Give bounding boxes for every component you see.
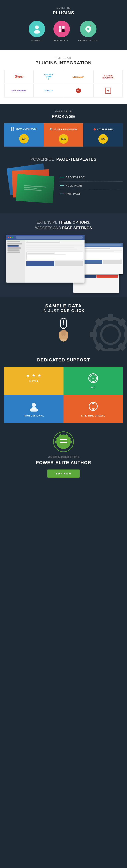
templates-label-normal: POWERFUL <box>30 157 54 162</box>
val-box-ls: ◆ LayerSlider $22 <box>83 123 123 147</box>
svg-point-6 <box>87 28 89 30</box>
svg-rect-12 <box>12 129 14 131</box>
integration-cell-woo: WooCommerce <box>4 84 34 97</box>
elite-title: POWER ELITE AUTHOR <box>4 460 123 465</box>
ub-logo: 📅 <box>107 90 109 92</box>
page-card-3 <box>16 174 55 203</box>
templates-labels: FRONT-PAGE FULL-PAGE ONE-PAGE <box>58 173 123 198</box>
section-elite: You are guaranteed from a POWER ELITE AU… <box>0 425 127 486</box>
update-icon <box>88 401 98 412</box>
section-plugins: BUILT-IN PLUGINS MEMBER PORT <box>0 0 127 50</box>
valuable-label-bold: PACKAGE <box>4 114 123 119</box>
svg-text:LS: LS <box>77 90 80 92</box>
map-icon <box>84 24 93 34</box>
svg-point-36 <box>93 382 94 383</box>
integration-label-normal: POPULAR <box>4 56 123 59</box>
template-dash-3 <box>60 193 64 194</box>
ls-title: ◆ LayerSlider <box>93 127 113 131</box>
support-label-professional: PROFESSIONAL <box>24 414 44 417</box>
support-label-24: 24/7 <box>90 386 96 389</box>
person-icon <box>32 24 41 34</box>
mouse-hand-svg <box>55 317 72 342</box>
integration-cell-cf7: CONTACTFORM7 <box>34 70 63 84</box>
sample-data-title: SAMPLE DATA IN JUST ONE CLICK <box>4 303 123 313</box>
integration-cell-slider: ⊕ SLIDERREVOLUTION <box>93 70 123 84</box>
svg-rect-2 <box>59 26 61 29</box>
elite-tagline: You are guaranteed from a <box>4 455 123 458</box>
layerslider-icon: LS <box>75 88 81 94</box>
plugin-circle-office <box>80 21 96 37</box>
support-title: DEDICATED SUPPORT <box>4 357 123 363</box>
theme-label-normal2: WIDGETS AND <box>35 226 61 230</box>
support-grid: ★ ★ ★ 5 STAR 24 24/7 <box>4 367 123 423</box>
svg-rect-29 <box>61 330 64 336</box>
template-item-front: FRONT-PAGE <box>60 173 123 182</box>
wpml-logo: WPML™ <box>45 89 53 92</box>
template-dash-1 <box>60 177 64 178</box>
plugins-label-bold: PLUGINS <box>4 10 123 16</box>
svg-rect-3 <box>62 26 65 29</box>
templates-label-bold: PAGE-TEMPLATES <box>56 157 96 162</box>
ls-price: $22 <box>98 134 108 144</box>
mouse-illustration <box>55 317 72 343</box>
template-dash-2 <box>60 185 64 186</box>
templates-title-row: POWERFUL PAGE-TEMPLATES <box>4 157 123 162</box>
svg-rect-16 <box>108 348 113 351</box>
screenshot-main <box>6 235 85 283</box>
svg-point-39 <box>32 403 36 407</box>
integration-cell-ub: 📅 <box>93 84 123 97</box>
plugin-item-office: OFFICE PLUGIN <box>78 21 98 42</box>
valuable-label-normal: VALUABLE <box>4 110 123 113</box>
svg-point-37 <box>88 378 89 379</box>
plugin-item-portfolio: PORTFOLIO <box>53 21 70 42</box>
support-cell-update: LIFE TIME UPDATE <box>64 395 123 423</box>
svg-rect-18 <box>124 332 127 337</box>
plugins-icons-row: MEMBER PORTFOLIO <box>4 21 123 42</box>
theme-label-bold1: THEME OPTIONS, <box>58 220 90 224</box>
vc-icon <box>10 127 14 131</box>
section-sample: SAMPLE DATA IN JUST ONE CLICK <box>0 297 127 351</box>
integration-grid: Give CONTACTFORM7 LearnDash ⊕ SLIDERREVO… <box>4 70 123 97</box>
plugin-label-member: MEMBER <box>31 39 42 42</box>
sample-content-row <box>4 317 123 343</box>
template-text-one: ONE-PAGE <box>66 192 81 195</box>
professional-icon <box>29 401 39 412</box>
theme-screenshots <box>4 235 123 293</box>
svg-rect-9 <box>11 127 12 129</box>
support-label-stars: 5 STAR <box>29 380 38 382</box>
svg-rect-5 <box>62 29 65 32</box>
grid-icon <box>57 24 66 34</box>
valuable-boxes: Visual Composer $34 ⊕ Slider Revolution … <box>4 123 123 147</box>
template-item-one: ONE-PAGE <box>60 190 123 198</box>
svg-rect-27 <box>59 332 61 337</box>
badge-outer-ring <box>53 431 74 452</box>
svg-point-1 <box>34 30 40 34</box>
buy-now-button[interactable]: BUY NOW <box>47 469 80 477</box>
theme-label-normal1: EXTENSIVE <box>37 220 57 224</box>
section-support: DEDICATED SUPPORT ★ ★ ★ 5 STAR 24 24/7 <box>0 351 127 425</box>
svg-rect-41 <box>32 407 36 409</box>
screenshot-secondary <box>82 243 123 274</box>
templates-image <box>4 166 58 205</box>
sample-data-subtitle: IN JUST ONE CLICK <box>4 309 123 313</box>
cf7-logo: CONTACTFORM7 <box>44 73 53 80</box>
template-text-front: FRONT-PAGE <box>66 176 85 179</box>
svg-point-45 <box>56 437 59 440</box>
clock-icon: 24 <box>88 373 98 384</box>
section-valuable: VALUABLE PACKAGE Visual Composer $34 ⊕ S… <box>0 104 127 151</box>
vc-price: $34 <box>19 134 29 144</box>
support-cell-24: 24 24/7 <box>64 367 123 395</box>
plugin-label-office: OFFICE PLUGIN <box>78 39 98 42</box>
learndash-logo: LearnDash <box>73 75 84 78</box>
svg-rect-30 <box>64 330 66 336</box>
val-box-sr: ⊕ Slider Revolution $25 <box>44 123 83 147</box>
slider-logo: ⊕ SLIDERREVOLUTION <box>102 75 114 79</box>
section-templates: POWERFUL PAGE-TEMPLATES <box>0 151 127 213</box>
svg-point-49 <box>66 434 68 437</box>
laurel-leaves-svg <box>54 432 73 452</box>
integration-cell-learndash: LearnDash <box>64 70 93 84</box>
svg-point-47 <box>69 440 73 443</box>
give-logo: Give <box>14 74 23 79</box>
svg-point-31 <box>60 339 67 341</box>
svg-rect-10 <box>12 127 14 129</box>
